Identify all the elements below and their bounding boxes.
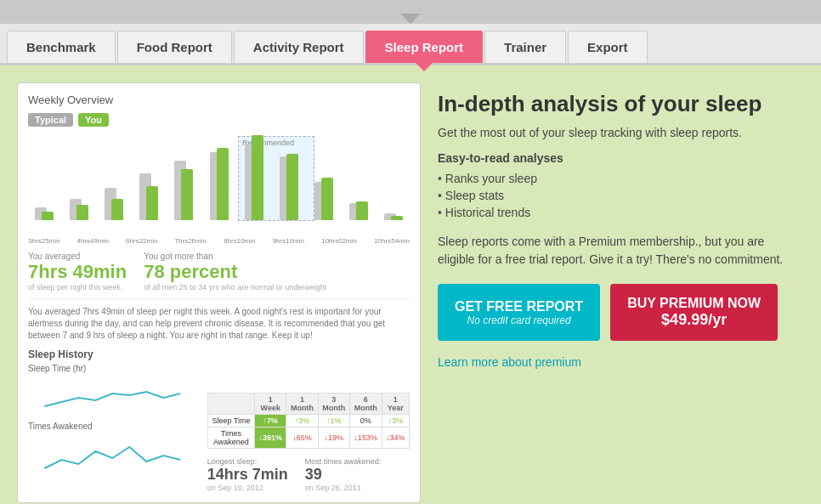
bar-group — [63, 199, 95, 220]
premium-btn-main: BUY PREMIUM NOW — [627, 296, 761, 311]
stat2: You got more than 78 percent of all men … — [144, 252, 326, 292]
times-awakened-label: Times Awakened — [28, 422, 197, 431]
chart-labels: 3hrs25min 4hrs49min 6hrs22min 7hrs26min … — [28, 237, 410, 245]
cta-buttons: GET FREE REPORT No credit card required … — [438, 284, 804, 341]
tab-bar: Benchmark Food Report Activity Report Sl… — [0, 24, 821, 65]
longest-sleep-value: 14hrs 7min — [207, 466, 288, 484]
bar-group — [238, 135, 270, 220]
table-row: Times Awakened ↓391% ↓65% ↓19% ↓153% ↓34… — [207, 428, 409, 449]
top-bar — [0, 0, 821, 24]
chart-area: Recommended — [28, 132, 410, 234]
stat1-sub: of sleep per night this week. — [28, 283, 127, 292]
feature-item: Sleep stats — [438, 187, 804, 204]
bar-group — [28, 207, 60, 220]
table-row: Sleep Time ↑7% ↑3% ↑1% 0% ↑3% — [207, 415, 409, 428]
sleep-history-title: Sleep History — [28, 348, 410, 360]
left-panel: Weekly Overview Typical You Recommended … — [17, 82, 421, 503]
sleep-time-chart — [28, 377, 197, 419]
buy-premium-button[interactable]: BUY PREMIUM NOW $49.99/yr — [610, 284, 778, 341]
right-panel: In-depth analysis of your sleep Get the … — [438, 82, 804, 503]
bar-green — [217, 148, 229, 220]
bar-green — [146, 186, 158, 220]
get-free-report-button[interactable]: GET FREE REPORT No credit card required — [438, 284, 600, 341]
bar-group — [167, 161, 200, 220]
right-subtitle: Get the most out of your sleep tracking … — [438, 126, 804, 139]
tab-export[interactable]: Export — [568, 31, 648, 63]
sleep-table: 1 Week 1 Month 3 Month 6 Month 1 Year Sl… — [207, 393, 410, 449]
stat1-value: 7hrs 49min — [28, 261, 127, 283]
tab-sleep-report[interactable]: Sleep Report — [365, 31, 484, 63]
desc-text: You averaged 7hrs 49min of sleep per nig… — [28, 298, 410, 342]
feature-list: Ranks your sleep Sleep stats Historical … — [438, 170, 804, 221]
features-title: Easy-to-read analyses — [438, 151, 804, 165]
bar-green — [356, 201, 368, 220]
bottom-stats: Longest sleep: 14hrs 7min on Sep 10, 201… — [207, 457, 410, 492]
tab-trainer[interactable]: Trainer — [484, 31, 566, 63]
badge-row: Typical You — [28, 113, 410, 127]
bar-group — [202, 148, 235, 220]
bar-group — [98, 188, 130, 220]
right-title: In-depth analysis of your sleep — [438, 91, 804, 117]
badge-typical: Typical — [28, 113, 73, 127]
weekly-overview-title: Weekly Overview — [28, 93, 410, 106]
feature-item: Ranks your sleep — [438, 170, 804, 187]
bar-green — [76, 205, 88, 220]
most-times-label: Most times awakened: — [305, 457, 382, 466]
bar-green — [286, 154, 298, 220]
bars-container — [28, 127, 410, 220]
bar-green — [391, 216, 403, 220]
stat1: You averaged 7hrs 49min of sleep per nig… — [28, 252, 127, 292]
promo-text: Sleep reports come with a Premium member… — [438, 233, 804, 269]
stat1-label: You averaged — [28, 252, 127, 261]
longest-sleep-sub: on Sep 10, 2012 — [207, 484, 288, 492]
bar-green — [252, 135, 263, 220]
bar-green — [181, 169, 193, 220]
most-times-sub: on Sep 26, 2011 — [305, 484, 382, 492]
bar-group — [308, 178, 340, 220]
free-btn-main: GET FREE REPORT — [455, 299, 583, 314]
free-btn-sub: No credit card required — [455, 314, 583, 326]
main-content: Weekly Overview Typical You Recommended … — [0, 65, 821, 504]
tab-food-report[interactable]: Food Report — [117, 31, 232, 63]
times-awakened-chart — [28, 434, 197, 477]
stat2-value: 78 percent — [144, 261, 326, 283]
bar-green — [42, 212, 54, 220]
bar-group — [377, 213, 410, 220]
most-times-value: 39 — [305, 466, 382, 484]
longest-sleep-label: Longest sleep: — [207, 457, 288, 466]
stat2-sub: of all men 25 to 34 yrs who are normal o… — [144, 283, 326, 292]
bar-group — [133, 173, 165, 220]
bar-group — [273, 154, 305, 220]
bar-green — [111, 199, 123, 220]
tab-benchmark[interactable]: Benchmark — [7, 31, 116, 63]
feature-item: Historical trends — [438, 204, 804, 221]
badge-you: You — [78, 113, 109, 127]
stats-row: You averaged 7hrs 49min of sleep per nig… — [28, 252, 410, 292]
sleep-time-label: Sleep Time (hr) — [28, 364, 197, 373]
tab-activity-report[interactable]: Activity Report — [234, 31, 364, 63]
learn-more-link[interactable]: Learn more about premium — [438, 355, 581, 369]
top-arrow — [400, 14, 421, 24]
bar-group — [343, 201, 375, 220]
premium-btn-price: $49.99/yr — [627, 311, 761, 329]
bar-green — [321, 178, 333, 220]
stat2-label: You got more than — [144, 252, 326, 261]
